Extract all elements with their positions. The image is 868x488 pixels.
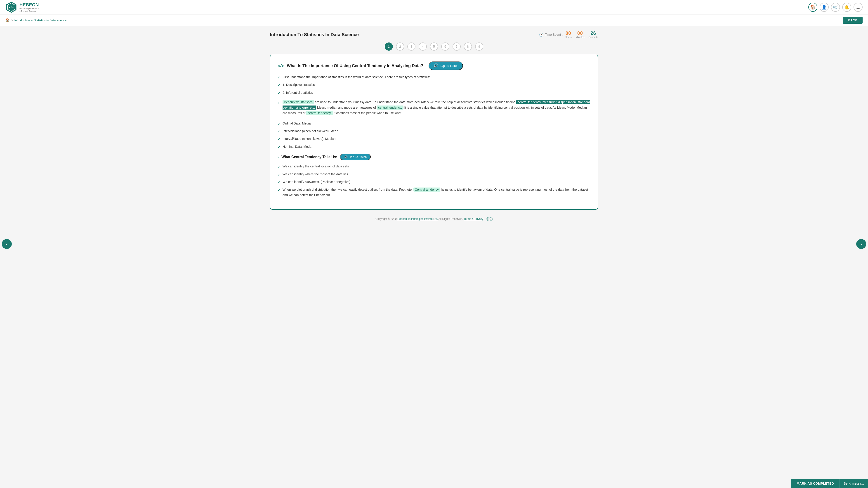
bullet-item: ✔ Interval/Ratio (when skewed): Median. (278, 136, 590, 142)
time-seconds-unit: 26 Seconds (588, 31, 598, 38)
time-hours-unit: 00 Hours (565, 31, 571, 38)
home-icon-button[interactable]: 🏠 (808, 3, 817, 12)
paragraph-text-1: Descriptive statistics are used to under… (283, 100, 590, 116)
breadcrumb-sep1: > (11, 19, 13, 22)
check-icon: ✔ (278, 188, 280, 193)
page-dot-5[interactable]: 5 (430, 42, 438, 51)
bullet-list-3: ✔ We can identify the central location o… (278, 164, 590, 199)
content-card: </> What Is The Importance Of Using Cent… (270, 55, 598, 210)
logo-area: </> HEBEON E-learning Platform/> ...Beyo… (5, 1, 39, 13)
check-icon: ✔ (278, 83, 280, 88)
logo-text: HEBEON E-learning Platform/> ...Beyond C… (20, 2, 39, 12)
page-dot-3[interactable]: 3 (407, 42, 415, 51)
time-seconds-label: Seconds (588, 36, 598, 38)
check-icon: ✔ (278, 75, 280, 80)
main-content: Introduction To Statistics In Data Scien… (265, 26, 603, 214)
check-icon: ✔ (278, 172, 280, 177)
menu-icon-button[interactable]: ☰ (854, 3, 863, 12)
cart-icon-button[interactable]: 🛒 (831, 3, 840, 12)
para-middle: Mean, median and mode are measures of (317, 106, 377, 109)
time-minutes-unit: 00 Minutes (576, 31, 585, 38)
logo-icon: </> (5, 1, 17, 13)
bullet-item: ✔ First understand the importance of sta… (278, 74, 590, 80)
logo-sub1: E-learning Platform/> (20, 7, 39, 10)
breadcrumb-current: Introduction to Statistics in Data scien… (14, 19, 67, 22)
check-icon: ✔ (278, 164, 280, 169)
tap-listen-label-2: Tap To Listen (349, 155, 367, 159)
time-minutes-label: Minutes (576, 36, 585, 38)
page-dot-6[interactable]: 6 (441, 42, 450, 51)
clock-icon: 🕐 (539, 33, 544, 37)
breadcrumb-bar: 🏠 > Introduction to Statistics in Data s… (0, 14, 868, 26)
bullet-item: ✔ We can identify skewness. (Positive or… (278, 180, 590, 185)
bullet-item: ✔ 2. Inferential statistics (278, 90, 590, 96)
back-button[interactable]: BACK (843, 17, 863, 24)
bullet-item: ✔ 1. Descriptive statistics (278, 82, 590, 88)
breadcrumb-home-icon[interactable]: 🏠 (5, 18, 10, 22)
bullet-item: ✔ We can identify the central location o… (278, 164, 590, 169)
time-seconds-value: 26 (590, 31, 596, 36)
user-icon-button[interactable]: 👤 (819, 3, 829, 12)
logo-sub2: ...Beyond Careers (20, 10, 39, 12)
bullet-list-1: ✔ First understand the importance of sta… (278, 74, 590, 96)
tap-listen-button-2[interactable]: 🔊 Tap To Listen (340, 154, 371, 160)
iso-badge: ISO (486, 217, 493, 221)
check-icon: ✔ (278, 144, 280, 150)
check-icon: ✔ (278, 180, 280, 185)
bullet-list-2: ✔ Ordinal Data: Median. ✔ Interval/Ratio… (278, 121, 590, 150)
arrow-right-icon: › (278, 155, 279, 159)
code-icon: </> (278, 64, 284, 68)
page-dot-7[interactable]: 7 (453, 42, 461, 51)
bullet-text: 1. Descriptive statistics (283, 82, 315, 87)
para-end: it confuses most of the people when to u… (334, 111, 402, 115)
bullet-item: ✔ We can identify where the most of the … (278, 172, 590, 177)
check-icon: ✔ (278, 129, 280, 134)
bullet-text: First understand the importance of stati… (283, 74, 430, 79)
bullet-text: We can identify the central location of … (283, 164, 349, 169)
time-spent: 🕐 Time Spent : 00 Hours 00 Minutes 26 Se… (539, 31, 598, 38)
para-before: are used to understand your messy data. … (315, 100, 517, 104)
highlight-central-tendency-footnote: Central tendency (413, 188, 440, 192)
svg-text:</>: </> (9, 6, 13, 9)
bullet-text: Nominal Data: Mode. (283, 144, 312, 149)
highlight-central-tendency-3: central tendency, (306, 111, 333, 115)
section1-heading: </> What Is The Importance Of Using Cent… (278, 61, 590, 70)
speaker-icon-1: 🔊 (433, 63, 438, 68)
paragraph-bullet: ✔ Descriptive statistics are used to und… (278, 100, 590, 117)
highlight-central-tendency-2: central tendency. (377, 105, 403, 109)
breadcrumb: 🏠 > Introduction to Statistics in Data s… (5, 18, 66, 22)
footer: Copyright © 2020 Hebeon Technologies Pri… (0, 214, 868, 224)
bullet-item: ✔ Interval/Ratio (when not skewed): Mean… (278, 129, 590, 134)
tap-listen-button-1[interactable]: 🔊 Tap To Listen (429, 61, 463, 70)
time-hours-label: Hours (565, 36, 571, 38)
check-icon: ✔ (278, 91, 280, 96)
highlight-descriptive-statistics: Descriptive statistics (283, 100, 314, 104)
company-link[interactable]: Hebeon Technologies Private Ltd. (397, 217, 438, 221)
page-dot-8[interactable]: 8 (464, 42, 472, 51)
time-spent-text: Time Spent : (545, 33, 563, 36)
check-icon: ✔ (278, 137, 280, 142)
section2-heading: › What Central Tendency Tells Us: 🔊 Tap … (278, 154, 590, 160)
logo-name: HEBEON (20, 2, 39, 7)
bullet-text: We can identify where the most of the da… (283, 172, 349, 177)
check-icon: ✔ (278, 121, 280, 126)
terms-link[interactable]: Terms & Privacy (464, 217, 484, 221)
bullet-item: ✔ Ordinal Data: Median. (278, 121, 590, 126)
tap-listen-label-1: Tap To Listen (440, 64, 458, 68)
page-dot-9[interactable]: 9 (475, 42, 483, 51)
bullet-text: Ordinal Data: Median. (283, 121, 313, 126)
title-row: Introduction To Statistics In Data Scien… (270, 31, 598, 38)
bell-icon-button[interactable]: 🔔 (842, 3, 851, 12)
header-icons: 🏠 👤 🛒 🔔 ☰ (808, 3, 863, 12)
bullet-with-footnote: When we plot graph of distribution then … (283, 187, 590, 198)
rights-text: All Rights Reserved. (438, 217, 463, 221)
paragraph-item: ✔ Descriptive statistics are used to und… (278, 100, 590, 117)
time-minutes-value: 00 (577, 31, 583, 36)
bullet-item: ✔ Nominal Data: Mode. (278, 144, 590, 150)
page-dot-4[interactable]: 4 (418, 42, 427, 51)
section1-title: What Is The Importance Of Using Central … (287, 64, 423, 68)
page-dot-1[interactable]: 1 (385, 42, 393, 51)
bullet-text: Interval/Ratio (when skewed): Median. (283, 136, 336, 141)
header: </> HEBEON E-learning Platform/> ...Beyo… (0, 0, 868, 14)
page-dot-2[interactable]: 2 (396, 42, 404, 51)
